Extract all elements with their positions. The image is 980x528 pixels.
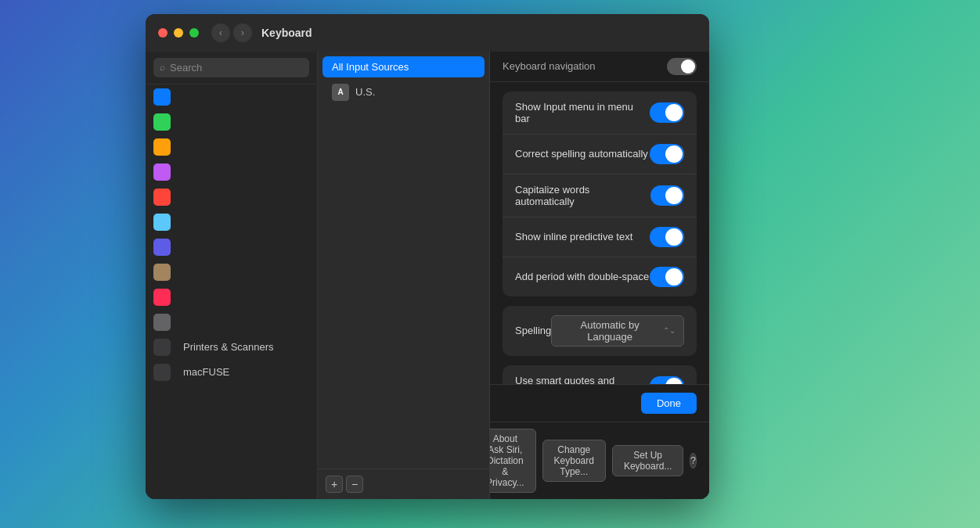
smart-quotes-toggle[interactable] bbox=[650, 376, 684, 384]
capitalize-words-row: Capitalize words automatically bbox=[503, 174, 697, 217]
settings-scroll: Show Input menu in menu bar Correct spel… bbox=[490, 82, 709, 384]
nav-buttons: ‹ › bbox=[211, 23, 252, 42]
sidebar-icon-purple bbox=[153, 163, 171, 181]
add-input-source-button[interactable]: + bbox=[326, 476, 343, 493]
sidebar-item-8[interactable] bbox=[146, 260, 317, 285]
add-period-toggle[interactable] bbox=[650, 267, 684, 287]
sidebar-icon-blue bbox=[153, 88, 171, 106]
sidebar-item-3[interactable] bbox=[146, 135, 317, 160]
search-icon: ⌕ bbox=[160, 62, 165, 73]
sidebar-item-6[interactable] bbox=[146, 210, 317, 235]
sidebar: ⌕ bbox=[146, 52, 318, 499]
smart-quotes-label: Use smart quotes and dashes bbox=[515, 375, 650, 384]
content-area: ⌕ bbox=[146, 52, 709, 499]
smart-quotes-row: Use smart quotes and dashes bbox=[503, 365, 697, 384]
show-input-menu-toggle[interactable] bbox=[650, 102, 684, 123]
us-badge: A bbox=[332, 84, 349, 101]
help-button[interactable]: ? bbox=[690, 453, 697, 469]
add-period-label: Add period with double-space bbox=[515, 271, 649, 282]
about-siri-button[interactable]: About Ask Siri, Dictation & Privacy... bbox=[490, 429, 536, 493]
bottom-actions: About Ask Siri, Dictation & Privacy... C… bbox=[490, 422, 709, 499]
capitalize-words-toggle[interactable] bbox=[650, 185, 684, 206]
sidebar-scroll: Printers & Scanners macFUSE bbox=[146, 84, 317, 499]
input-panel-items: All Input Sources A U.S. bbox=[318, 52, 489, 469]
sidebar-item-5[interactable] bbox=[146, 185, 317, 210]
sidebar-item-2[interactable] bbox=[146, 110, 317, 135]
done-button[interactable]: Done bbox=[641, 393, 697, 414]
sidebar-item-7[interactable] bbox=[146, 235, 317, 260]
sidebar-icon-orange bbox=[153, 138, 171, 156]
spelling-row: Spelling Automatic by Language ⌃⌄ bbox=[503, 306, 697, 356]
bottom-bar: Done bbox=[490, 384, 709, 422]
sidebar-item-4[interactable] bbox=[146, 160, 317, 185]
sidebar-item-10[interactable] bbox=[146, 310, 317, 335]
sidebar-item-9[interactable] bbox=[146, 285, 317, 310]
spelling-label: Spelling bbox=[515, 325, 551, 336]
show-inline-predictive-label: Show inline predictive text bbox=[515, 231, 632, 242]
keyboard-nav-label: Keyboard navigation bbox=[503, 60, 596, 72]
printers-label: Printers & Scanners bbox=[183, 341, 274, 353]
remove-input-source-button[interactable]: − bbox=[346, 476, 363, 493]
close-button[interactable] bbox=[158, 28, 168, 38]
sidebar-item-printers[interactable]: Printers & Scanners bbox=[146, 335, 317, 360]
sidebar-icon-gray bbox=[153, 314, 171, 331]
spelling-group: Spelling Automatic by Language ⌃⌄ bbox=[503, 306, 697, 356]
sidebar-icon-brown bbox=[153, 264, 171, 281]
us-label: U.S. bbox=[355, 86, 375, 98]
nav-back-button[interactable]: ‹ bbox=[211, 23, 230, 42]
minimize-button[interactable] bbox=[174, 28, 183, 38]
search-wrapper: ⌕ bbox=[153, 58, 309, 77]
show-inline-predictive-toggle[interactable] bbox=[650, 227, 684, 247]
text-settings-group: Show Input menu in menu bar Correct spel… bbox=[503, 92, 697, 296]
search-bar-container: ⌕ bbox=[146, 52, 317, 84]
spelling-select[interactable]: Automatic by Language ⌃⌄ bbox=[551, 315, 684, 347]
show-input-menu-row: Show Input menu in menu bar bbox=[503, 92, 697, 135]
setup-keyboard-button[interactable]: Set Up Keyboard... bbox=[612, 445, 683, 476]
us-input-item[interactable]: A U.S. bbox=[322, 79, 485, 106]
capitalize-words-label: Capitalize words automatically bbox=[515, 184, 650, 207]
add-period-row: Add period with double-space bbox=[503, 257, 697, 296]
macfuse-label: macFUSE bbox=[183, 366, 229, 378]
correct-spelling-row: Correct spelling automatically bbox=[503, 135, 697, 174]
sidebar-icon-green bbox=[153, 113, 171, 131]
change-keyboard-button[interactable]: Change Keyboard Type... bbox=[542, 440, 606, 482]
sidebar-icon-teal bbox=[153, 214, 171, 231]
spelling-select-value: Automatic by Language bbox=[560, 319, 660, 343]
keyboard-window: ‹ › Keyboard ⌕ bbox=[146, 14, 709, 499]
sidebar-item-macfuse[interactable]: macFUSE bbox=[146, 360, 317, 385]
spelling-chevron-icon: ⌃⌄ bbox=[663, 326, 676, 335]
sidebar-item-1[interactable] bbox=[146, 84, 317, 110]
window-title: Keyboard bbox=[261, 27, 312, 39]
sidebar-icon-pink bbox=[153, 289, 171, 306]
show-inline-predictive-row: Show inline predictive text bbox=[503, 217, 697, 257]
keyboard-nav-bar: Keyboard navigation bbox=[490, 52, 709, 82]
title-bar: ‹ › Keyboard bbox=[146, 14, 709, 52]
all-input-sources-label: All Input Sources bbox=[332, 61, 409, 73]
quotes-group: Use smart quotes and dashes For double q… bbox=[503, 365, 697, 384]
sidebar-icon-indigo bbox=[153, 239, 171, 256]
keyboard-nav-toggle[interactable] bbox=[667, 58, 697, 75]
search-input[interactable] bbox=[170, 62, 303, 74]
correct-spelling-toggle[interactable] bbox=[650, 144, 684, 164]
traffic-lights bbox=[158, 28, 199, 38]
nav-forward-button[interactable]: › bbox=[233, 23, 252, 42]
sidebar-icon-red bbox=[153, 189, 171, 206]
main-settings: Keyboard navigation Show Input menu in m… bbox=[490, 52, 709, 499]
correct-spelling-label: Correct spelling automatically bbox=[515, 148, 648, 160]
all-input-sources-item[interactable]: All Input Sources bbox=[322, 56, 485, 77]
input-sources-panel: All Input Sources A U.S. + − bbox=[318, 52, 490, 499]
panel-footer: + − bbox=[318, 469, 489, 499]
sidebar-icon-printers bbox=[153, 339, 171, 356]
show-input-menu-label: Show Input menu in menu bar bbox=[515, 101, 650, 124]
maximize-button[interactable] bbox=[189, 28, 199, 38]
sidebar-icon-macfuse bbox=[153, 364, 171, 381]
